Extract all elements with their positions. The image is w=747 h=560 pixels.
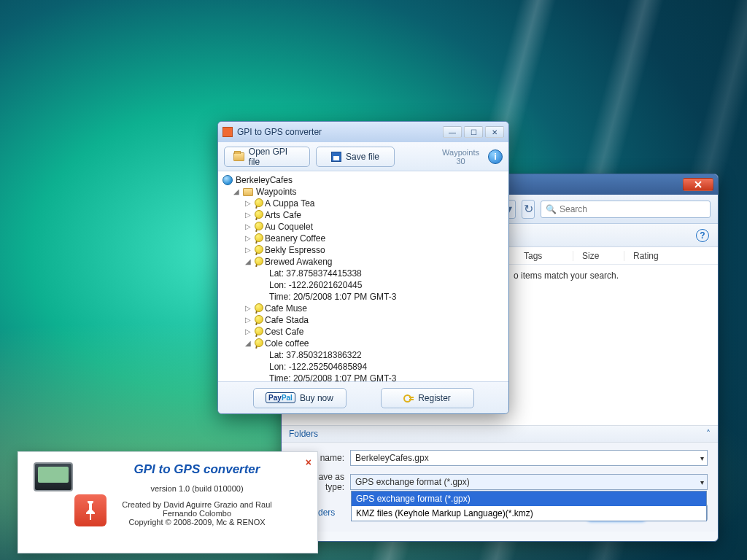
register-button[interactable]: Register <box>381 388 474 408</box>
search-placeholder: Search <box>560 204 587 214</box>
pin-icon <box>255 257 262 267</box>
tree-root[interactable]: BerkeleyCafes <box>236 174 293 186</box>
window-title: GPI to GPS converter <box>237 127 438 137</box>
pin-icon <box>255 303 262 314</box>
folder-icon <box>243 188 253 196</box>
chevron-up-icon: ˄ <box>706 429 711 439</box>
pin-icon <box>255 315 262 325</box>
expand-icon[interactable]: ▷ <box>244 221 252 233</box>
expand-icon[interactable]: ▷ <box>244 233 252 244</box>
pin-icon <box>255 338 262 349</box>
gpi-main-window: GPI to GPS converter — ☐ ✕ Open GPI file… <box>217 121 509 414</box>
filename-input[interactable]: BerkeleyCafes.gpx ▾ <box>350 450 708 466</box>
tree-detail: Lat: 37.8503218386322 <box>269 349 362 361</box>
paypal-icon: PayPal <box>266 392 295 403</box>
tree-item[interactable]: Bekly Espresso <box>265 244 325 256</box>
tree-item[interactable]: A Cuppa Tea <box>265 198 315 209</box>
open-gpi-button[interactable]: Open GPI file <box>224 147 310 167</box>
info-button[interactable]: i <box>488 149 503 164</box>
tree-item[interactable]: Brewed Awakeng <box>265 256 333 268</box>
option-gpx[interactable]: GPS exchange format (*.gpx) <box>352 491 706 506</box>
pin-icon <box>255 327 262 337</box>
collapse-icon[interactable]: ◢ <box>244 256 252 268</box>
pin-icon <box>255 222 262 232</box>
gpi-titlebar[interactable]: GPI to GPS converter — ☐ ✕ <box>218 122 508 142</box>
tree-item[interactable]: Cafe Stada <box>265 314 309 326</box>
save-file-button[interactable]: Save file <box>316 147 395 167</box>
folders-bar[interactable]: Folders ˄ <box>282 425 718 443</box>
tree-detail: Lon: -122.26021620445 <box>269 279 362 291</box>
tree-detail: Time: 20/5/2008 1:07 PM GMT-3 <box>269 373 396 381</box>
col-size[interactable]: Size <box>573 251 624 261</box>
expand-icon[interactable]: ▷ <box>244 198 252 209</box>
col-rating[interactable]: Rating <box>624 251 683 261</box>
about-credit: Fernando Colombo <box>88 509 306 518</box>
close-button[interactable]: ✕ <box>485 126 504 138</box>
pin-icon <box>255 233 262 244</box>
about-title: GPI to GPS converter <box>88 462 306 477</box>
chevron-down-icon[interactable]: ▾ <box>700 454 704 462</box>
col-tags[interactable]: Tags <box>515 251 573 261</box>
waypoints-folder[interactable]: Waypoints <box>256 186 297 198</box>
pin-icon <box>255 198 262 209</box>
close-button[interactable] <box>683 178 713 191</box>
chevron-down-icon[interactable]: ▾ <box>700 478 704 486</box>
about-close-button[interactable]: × <box>306 456 311 468</box>
tree-item[interactable]: Au Coquelet <box>265 221 313 233</box>
tree-item[interactable]: Cest Cafe <box>265 326 303 338</box>
globe-icon <box>222 175 233 185</box>
about-version: version 1.0 (build 010000) <box>88 484 306 493</box>
refresh-button[interactable]: ↻ <box>522 200 535 219</box>
search-input[interactable]: 🔍 Search <box>541 201 711 218</box>
maximize-button[interactable]: ☐ <box>464 126 483 138</box>
waypoint-tree[interactable]: BerkeleyCafes ◢Waypoints ▷A Cuppa Tea ▷A… <box>218 171 508 381</box>
gpi-footer: PayPal Buy now Register <box>218 381 508 413</box>
savetype-select[interactable]: GPS exchange format (*.gpx) ▾ GPS exchan… <box>350 474 708 490</box>
key-icon <box>403 393 414 403</box>
minimize-button[interactable]: — <box>443 126 462 138</box>
help-icon[interactable]: ? <box>696 229 709 242</box>
expand-icon[interactable]: ▷ <box>244 209 252 221</box>
about-dialog: × GPI to GPS converter version 1.0 (buil… <box>18 451 318 553</box>
app-icon <box>222 127 233 137</box>
gpi-toolbar: Open GPI file Save file Waypoints 30 i <box>218 142 508 171</box>
tree-item[interactable]: Cole coffee <box>265 338 309 349</box>
device-icon <box>34 462 73 491</box>
tree-detail: Lon: -122.252504685894 <box>269 361 367 373</box>
tree-item[interactable]: Cafe Muse <box>265 303 307 314</box>
about-copyright: Copyright © 2008-2009, Mc & RENOX <box>88 518 306 526</box>
tree-detail: Lat: 37.8758374415338 <box>269 268 362 279</box>
collapse-icon[interactable]: ◢ <box>233 186 240 198</box>
about-icon-area <box>18 452 88 553</box>
tree-item[interactable]: Arts Cafe <box>265 209 301 221</box>
save-icon <box>331 152 341 162</box>
expand-icon[interactable]: ▷ <box>244 326 252 338</box>
waypoints-counter: Waypoints 30 <box>442 148 482 166</box>
about-credit: Created by David Aguirre Grazio and Raul <box>88 500 306 509</box>
collapse-icon[interactable]: ◢ <box>244 338 252 349</box>
option-kmz[interactable]: KMZ files (Keyhole Markup Language)(*.km… <box>352 506 706 521</box>
buy-now-button[interactable]: PayPal Buy now <box>253 388 347 408</box>
saveas-bottom: File name: BerkeleyCafes.gpx ▾ Save as t… <box>282 443 718 532</box>
savetype-dropdown: GPS exchange format (*.gpx) KMZ files (K… <box>351 491 707 521</box>
tree-detail: Time: 20/5/2008 1:07 PM GMT-3 <box>269 291 396 303</box>
expand-icon[interactable]: ▷ <box>244 303 252 314</box>
pin-icon <box>255 245 262 255</box>
expand-icon[interactable]: ▷ <box>244 244 252 256</box>
pin-icon <box>255 210 262 220</box>
folders-label: Folders <box>289 429 318 439</box>
tree-item[interactable]: Beanery Coffee <box>265 233 325 244</box>
folder-open-icon <box>233 152 244 161</box>
expand-icon[interactable]: ▷ <box>244 314 252 326</box>
